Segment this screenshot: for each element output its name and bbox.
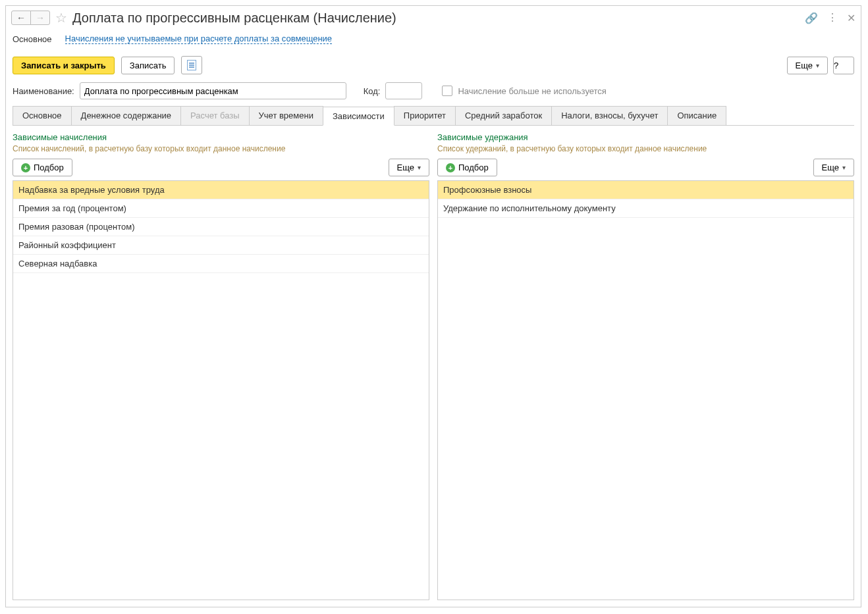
left-panel-toolbar: + Подбор Еще bbox=[13, 159, 429, 176]
name-label: Наименование: bbox=[13, 86, 74, 96]
no-longer-used-label: Начисление больше не используется bbox=[458, 86, 606, 96]
list-item[interactable]: Удержание по исполнительному документу bbox=[438, 199, 854, 218]
nav-forward-button[interactable]: → bbox=[30, 11, 50, 25]
section-nav-main[interactable]: Основное bbox=[13, 34, 52, 44]
left-panel: Зависимые начисления Список начислений, … bbox=[13, 132, 429, 600]
code-input[interactable] bbox=[385, 82, 422, 99]
report-button[interactable] bbox=[181, 56, 202, 74]
nav-back-button[interactable]: ← bbox=[11, 11, 31, 25]
section-nav-excluded-link[interactable]: Начисления не учитываемые при расчете до… bbox=[65, 34, 333, 44]
tab-описание[interactable]: Описание bbox=[667, 106, 726, 125]
plus-icon: + bbox=[446, 163, 455, 172]
right-panel-title: Зависимые удержания bbox=[437, 132, 854, 142]
link-icon[interactable]: 🔗 bbox=[805, 12, 818, 24]
help-button[interactable]: ? bbox=[833, 57, 854, 74]
right-more-button[interactable]: Еще bbox=[813, 159, 854, 176]
tab-зависимости[interactable]: Зависимости bbox=[323, 107, 394, 126]
left-pick-label: Подбор bbox=[34, 163, 64, 172]
list-item[interactable]: Надбавка за вредные условия труда bbox=[13, 181, 429, 199]
section-nav: Основное Начисления не учитываемые при р… bbox=[6, 30, 861, 51]
tab-расчет-базы: Расчет базы bbox=[180, 106, 250, 125]
right-pick-button[interactable]: + Подбор bbox=[437, 159, 497, 176]
left-more-button[interactable]: Еще bbox=[389, 159, 429, 176]
left-panel-desc: Список начислений, в расчетную базу кото… bbox=[13, 144, 429, 153]
name-input[interactable] bbox=[80, 82, 346, 99]
no-longer-used-checkbox[interactable] bbox=[442, 86, 452, 96]
list-item[interactable]: Северная надбавка bbox=[13, 255, 429, 273]
tab-приоритет[interactable]: Приоритет bbox=[394, 106, 456, 125]
tab-средний-заработок[interactable]: Средний заработок bbox=[455, 106, 552, 125]
report-icon bbox=[187, 60, 196, 70]
code-label: Код: bbox=[364, 86, 381, 96]
form-row: Наименование: Код: Начисление больше не … bbox=[6, 80, 861, 106]
right-list[interactable]: Профсоюзные взносыУдержание по исполните… bbox=[437, 180, 854, 600]
titlebar-actions: 🔗 ⋮ ✕ bbox=[805, 12, 855, 24]
tab-основное[interactable]: Основное bbox=[13, 106, 72, 125]
tab-денежное-содержание[interactable]: Денежное содержание bbox=[71, 106, 181, 125]
more-button[interactable]: Еще bbox=[787, 57, 828, 74]
tab-content: Зависимые начисления Список начислений, … bbox=[6, 126, 861, 607]
list-item[interactable]: Премия за год (процентом) bbox=[13, 199, 429, 218]
save-and-close-button[interactable]: Записать и закрыть bbox=[13, 57, 115, 74]
left-pick-button[interactable]: + Подбор bbox=[13, 159, 72, 176]
page-title: Доплата по прогрессивным расценкам (Начи… bbox=[72, 11, 396, 26]
list-item[interactable]: Премия разовая (процентом) bbox=[13, 218, 429, 236]
titlebar: ← → ☆ Доплата по прогрессивным расценкам… bbox=[6, 6, 861, 30]
tab-налоги-взносы-бухучет[interactable]: Налоги, взносы, бухучет bbox=[551, 106, 668, 125]
tabs: ОсновноеДенежное содержаниеРасчет базыУч… bbox=[13, 106, 854, 126]
save-button[interactable]: Записать bbox=[121, 57, 175, 74]
main-toolbar: Записать и закрыть Записать Еще ? bbox=[6, 51, 861, 80]
right-pick-label: Подбор bbox=[458, 163, 489, 172]
tab-учет-времени[interactable]: Учет времени bbox=[249, 106, 323, 125]
close-icon[interactable]: ✕ bbox=[847, 12, 855, 24]
right-panel: Зависимые удержания Список удержаний, в … bbox=[437, 132, 854, 600]
kebab-menu-icon[interactable]: ⋮ bbox=[827, 13, 838, 23]
list-item[interactable]: Профсоюзные взносы bbox=[438, 181, 854, 199]
list-item[interactable]: Районный коэффициент bbox=[13, 236, 429, 255]
window: ← → ☆ Доплата по прогрессивным расценкам… bbox=[5, 5, 861, 607]
left-panel-title: Зависимые начисления bbox=[13, 132, 429, 142]
plus-icon: + bbox=[21, 163, 30, 172]
left-list[interactable]: Надбавка за вредные условия трудаПремия … bbox=[13, 180, 429, 600]
favorite-star-icon[interactable]: ☆ bbox=[55, 10, 67, 26]
right-panel-toolbar: + Подбор Еще bbox=[437, 159, 854, 176]
right-panel-desc: Список удержаний, в расчетную базу котор… bbox=[437, 144, 854, 153]
